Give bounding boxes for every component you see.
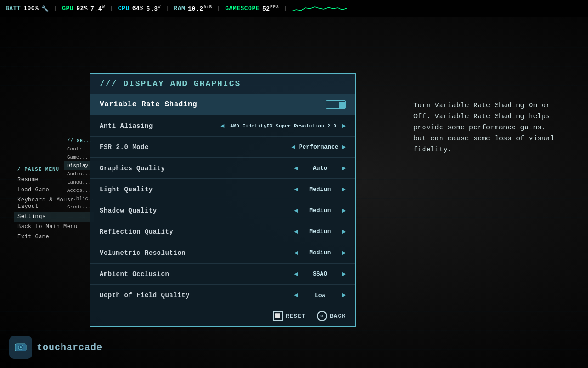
sq-value-text: Medium: [302, 207, 339, 214]
aa-value-text: AMD FidelityFX Super Resolution 2.0: [228, 123, 339, 129]
rq-arrow-right[interactable]: ►: [342, 228, 346, 236]
watermark-text: toucharcade: [37, 342, 102, 353]
dof-value-text: Low: [302, 292, 339, 299]
sep5: |: [283, 5, 287, 12]
settings-list: Variable Rate Shading Anti Aliasing ◄ AM…: [90, 94, 356, 306]
back-label: BACK: [330, 313, 346, 320]
sep2: |: [109, 5, 113, 12]
setting-gq-value: ◄ Auto ►: [294, 165, 346, 172]
batt-value: 100%: [23, 5, 39, 12]
sq-arrow-right[interactable]: ►: [342, 207, 346, 214]
aa-arrow-right[interactable]: ►: [342, 122, 346, 130]
batt-label: BATT: [6, 5, 21, 12]
setting-vr-value: ◄ Medium ►: [294, 249, 346, 257]
dof-arrow-left[interactable]: ◄: [294, 292, 298, 299]
setting-rq-value: ◄ Medium ►: [294, 228, 346, 236]
hud-bar: BATT 100% 🔧 | GPU 92% 7.4W | CPU 64% 5.3…: [0, 0, 588, 17]
ram-label: RAM: [174, 5, 185, 12]
menu-item-settings[interactable]: Settings: [14, 212, 94, 222]
setting-fsr-value: ◄ Performance ►: [291, 144, 346, 151]
rq-value-text: Medium: [302, 228, 339, 235]
ao-value-text: SSAO: [302, 270, 339, 277]
setting-ao-name: Ambient Occlusion: [100, 270, 169, 278]
setting-sq-name: Shadow Quality: [100, 207, 157, 214]
main-content: / PAUSE MENU Resume Load Game Keyboard &…: [0, 17, 588, 368]
description-text: Turn Variable Rate Shading On or Off. Va…: [413, 100, 560, 155]
setting-ao[interactable]: Ambient Occlusion ◄ SSAO ►: [90, 264, 355, 285]
setting-lq-name: Light Quality: [100, 186, 153, 193]
watermark: toucharcade: [9, 336, 102, 359]
back-icon: ⊙: [317, 311, 327, 321]
setting-shadow-quality[interactable]: Shadow Quality ◄ Medium ►: [90, 200, 355, 221]
vrs-toggle-inner: [339, 102, 345, 108]
panel-title: /// DISPLAY AND GRAPHICS: [90, 73, 356, 94]
vrs-toggle[interactable]: [326, 100, 346, 109]
setting-ao-value: ◄ SSAO ►: [294, 270, 346, 278]
ao-arrow-left[interactable]: ◄: [294, 270, 298, 278]
setting-fsr-name: FSR 2.0 Mode: [100, 144, 149, 151]
setting-anti-aliasing[interactable]: Anti Aliasing ◄ AMD FidelityFX Super Res…: [90, 115, 355, 137]
menu-item-main-menu[interactable]: Back To Main Menu: [14, 222, 94, 232]
setting-vrs-value: [326, 100, 346, 109]
ao-arrow-right[interactable]: ►: [342, 270, 346, 278]
lq-arrow-right[interactable]: ►: [342, 186, 346, 193]
aa-arrow-left[interactable]: ◄: [220, 122, 224, 130]
setting-light-quality[interactable]: Light Quality ◄ Medium ►: [90, 179, 355, 200]
gq-value-text: Auto: [302, 165, 339, 172]
gamescope-label: GAMESCOPE: [225, 5, 260, 12]
fsr-arrow-right[interactable]: ►: [342, 144, 346, 151]
gq-arrow-left[interactable]: ◄: [294, 165, 298, 172]
gpu-watts: 7.4W: [90, 5, 105, 12]
reset-icon: ⬜: [273, 311, 283, 321]
gq-arrow-right[interactable]: ►: [342, 165, 346, 172]
reset-button[interactable]: ⬜ RESET: [273, 311, 306, 321]
dof-arrow-right[interactable]: ►: [342, 292, 346, 299]
setting-reflection-quality[interactable]: Reflection Quality ◄ Medium ►: [90, 221, 355, 242]
panel-bottom-bar: ⬜ RESET ⊙ BACK: [90, 306, 356, 327]
watermark-icon: [9, 336, 32, 359]
setting-rq-name: Reflection Quality: [100, 228, 173, 236]
cpu-label: CPU: [118, 5, 130, 12]
setting-aa-name: Anti Aliasing: [100, 122, 153, 130]
setting-graphics-quality[interactable]: Graphics Quality ◄ Auto ►: [90, 158, 355, 179]
vr-arrow-left[interactable]: ◄: [294, 249, 298, 257]
settings-panel: /// DISPLAY AND GRAPHICS Variable Rate S…: [90, 73, 356, 327]
gpu-label: GPU: [62, 5, 74, 12]
ram-value: 10.2GiB: [188, 5, 212, 12]
cpu-watts: 5.3W: [147, 5, 161, 12]
wrench-icon: 🔧: [41, 5, 49, 12]
setting-lq-value: ◄ Medium ►: [294, 186, 346, 193]
sep3: |: [165, 5, 169, 12]
back-button[interactable]: ⊙ BACK: [317, 311, 346, 321]
setting-dof-name: Depth of Field Quality: [100, 292, 190, 299]
sep1: |: [54, 5, 57, 12]
vr-arrow-right[interactable]: ►: [342, 249, 346, 257]
gpu-percent: 92%: [76, 5, 88, 12]
setting-vrs-name: Variable Rate Shading: [100, 100, 197, 109]
setting-gq-name: Graphics Quality: [100, 165, 165, 172]
setting-dof[interactable]: Depth of Field Quality ◄ Low ►: [90, 285, 355, 306]
reset-label: RESET: [286, 313, 306, 320]
setting-aa-value: ◄ AMD FidelityFX Super Resolution 2.0 ►: [220, 122, 346, 130]
setting-sq-value: ◄ Medium ►: [294, 207, 346, 214]
sq-arrow-left[interactable]: ◄: [294, 207, 298, 214]
setting-volumetric[interactable]: Volumetric Resolution ◄ Medium ►: [90, 242, 355, 264]
rq-arrow-left[interactable]: ◄: [294, 228, 298, 236]
fsr-value-text: Performance: [299, 144, 339, 150]
performance-graph: [292, 4, 347, 13]
fsr-arrow-left[interactable]: ◄: [291, 144, 295, 151]
svg-point-2: [20, 346, 22, 348]
menu-item-exit[interactable]: Exit Game: [14, 232, 94, 242]
setting-vr-name: Volumetric Resolution: [100, 249, 186, 257]
setting-fsr[interactable]: FSR 2.0 Mode ◄ Performance ►: [90, 137, 355, 158]
sep4: |: [217, 5, 220, 12]
lq-value-text: Medium: [302, 186, 339, 193]
vr-value-text: Medium: [302, 249, 339, 256]
setting-dof-value: ◄ Low ►: [294, 292, 346, 299]
lq-arrow-left[interactable]: ◄: [294, 186, 298, 193]
cpu-percent: 64%: [132, 5, 144, 12]
setting-vrs[interactable]: Variable Rate Shading: [90, 94, 355, 115]
gamescope-fps: 52FPS: [262, 5, 279, 12]
description-panel: Turn Variable Rate Shading On or Off. Va…: [413, 100, 560, 155]
